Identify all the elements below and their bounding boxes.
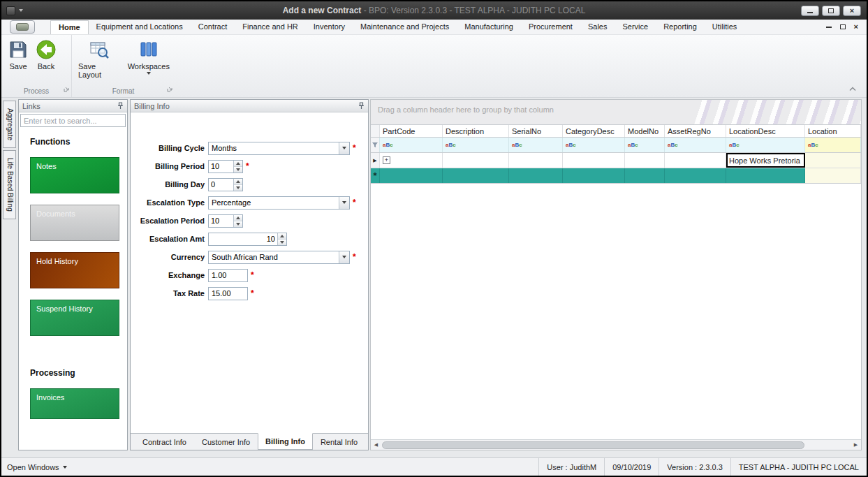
spin-up-icon[interactable] [234, 179, 242, 184]
ribbon-tab-reporting[interactable]: Reporting [656, 20, 705, 34]
quick-access-dropdown-icon[interactable] [19, 9, 23, 12]
spin-down-icon[interactable] [234, 184, 242, 191]
tax-rate-input[interactable] [208, 287, 248, 300]
ribbon-tab-equipment-and-locations[interactable]: Equipment and Locations [89, 20, 191, 34]
column-header-assetregno[interactable]: AssetRegNo [665, 125, 726, 137]
cell-description[interactable] [443, 153, 509, 168]
column-header-serialno[interactable]: SerialNo [509, 125, 563, 137]
cell-partcode[interactable]: + [380, 153, 443, 168]
scrollbar-thumb[interactable] [382, 441, 804, 449]
workspaces-button[interactable]: Workspaces [126, 38, 172, 76]
back-button[interactable]: Back [34, 38, 59, 72]
spin-down-icon[interactable] [234, 221, 242, 227]
new-row-cell-modelno[interactable] [625, 168, 665, 183]
exchange-input[interactable] [208, 269, 248, 282]
tab-rental-info[interactable]: Rental Info [313, 434, 365, 450]
search-input[interactable] [21, 117, 126, 125]
dropdown-arrow-icon[interactable] [339, 251, 349, 263]
application-menu-button[interactable] [10, 20, 35, 34]
notes-button[interactable]: Notes [30, 157, 119, 193]
app-icon[interactable] [6, 6, 15, 15]
ribbon-tab-sales[interactable]: Sales [580, 20, 615, 34]
minimize-button[interactable] [801, 6, 819, 16]
filter-cell-serialno[interactable]: aBc [509, 138, 563, 152]
escalation-amt-spinner[interactable]: 10 [208, 233, 287, 246]
spin-up-icon[interactable] [278, 233, 286, 239]
new-row-cell-serialno[interactable] [509, 168, 563, 183]
new-row-cell-location[interactable] [805, 168, 861, 183]
filter-cell-partcode[interactable]: aBc [380, 138, 443, 152]
tab-contract-info[interactable]: Contract Info [135, 434, 194, 450]
hold-history-button[interactable]: Hold History [30, 252, 119, 288]
new-row-cell-locationdesc[interactable] [726, 168, 805, 183]
cell-serialno[interactable] [509, 153, 563, 168]
column-header-modelno[interactable]: ModelNo [625, 125, 665, 137]
horizontal-scrollbar[interactable]: ◀ ▶ [371, 439, 861, 450]
filter-cell-location[interactable]: aBc [805, 138, 861, 152]
new-row-cell-partcode[interactable] [380, 168, 443, 183]
cell-assetregno[interactable] [665, 153, 726, 168]
save-button[interactable]: Save [6, 38, 31, 72]
escalation-type-dropdown[interactable]: Percentage [208, 196, 350, 210]
filter-cell-assetregno[interactable]: aBc [665, 138, 726, 152]
ribbon-tab-procurement[interactable]: Procurement [521, 20, 580, 34]
side-tab-life-based-billing[interactable]: Life Based Billing [3, 150, 16, 219]
ribbon-tab-maintenance-and-projects[interactable]: Maintenance and Projects [353, 20, 457, 34]
column-header-partcode[interactable]: PartCode [380, 125, 443, 137]
filter-cell-description[interactable]: aBc [443, 138, 509, 152]
billing-day-spinner[interactable]: 0 [208, 178, 243, 191]
maximize-button[interactable] [822, 6, 840, 16]
ribbon-minimize-icon[interactable] [826, 27, 832, 28]
close-button[interactable]: × [843, 6, 861, 16]
currency-dropdown[interactable]: South African Rand [208, 251, 350, 264]
cell-categorydesc[interactable] [563, 153, 625, 168]
pin-icon[interactable] [117, 102, 124, 110]
expand-row-icon[interactable]: + [383, 156, 390, 164]
collapse-ribbon-icon[interactable] [848, 82, 857, 94]
filter-cell-categorydesc[interactable]: aBc [563, 138, 625, 152]
escalation-period-spinner[interactable]: 10 [208, 214, 243, 228]
ribbon-tab-manufacturing[interactable]: Manufacturing [457, 20, 521, 34]
filter-cell-modelno[interactable]: aBc [625, 138, 665, 152]
spin-down-icon[interactable] [278, 239, 286, 245]
ribbon-tab-contract[interactable]: Contract [191, 20, 235, 34]
cell-locationdesc-focused[interactable]: Hope Works Pretoria [726, 153, 805, 168]
spin-down-icon[interactable] [234, 166, 242, 173]
tab-billing-info[interactable]: Billing Info [258, 433, 313, 450]
column-header-categorydesc[interactable]: CategoryDesc [563, 125, 625, 137]
save-layout-button[interactable]: Save Layout [76, 38, 123, 80]
column-header-locationdesc[interactable]: LocationDesc [726, 125, 805, 137]
spin-up-icon[interactable] [234, 161, 242, 166]
new-row-cell-description[interactable] [443, 168, 509, 183]
scroll-left-icon[interactable]: ◀ [371, 440, 381, 450]
scroll-right-icon[interactable]: ▶ [851, 440, 861, 450]
dropdown-arrow-icon[interactable] [339, 142, 349, 154]
column-header-description[interactable]: Description [443, 125, 509, 137]
new-row-cell-assetregno[interactable] [665, 168, 726, 183]
cell-location[interactable] [805, 153, 861, 168]
column-header-location[interactable]: Location [805, 125, 861, 137]
ribbon-tab-service[interactable]: Service [615, 20, 656, 34]
billing-cycle-dropdown[interactable]: Months [208, 142, 350, 155]
spin-up-icon[interactable] [234, 215, 242, 221]
invoices-button[interactable]: Invoices [30, 388, 119, 419]
dropdown-arrow-icon[interactable] [339, 197, 349, 209]
dialog-launcher-icon[interactable] [64, 85, 69, 95]
ribbon-close-icon[interactable]: × [854, 23, 858, 31]
ribbon-tab-finance-and-hr[interactable]: Finance and HR [235, 20, 306, 34]
ribbon-tab-utilities[interactable]: Utilities [705, 20, 744, 34]
suspend-history-button[interactable]: Suspend History [30, 300, 119, 336]
dialog-launcher-icon[interactable] [167, 85, 172, 95]
open-windows-dropdown[interactable]: Open Windows [1, 463, 67, 471]
billing-period-spinner[interactable]: 10 [208, 160, 243, 173]
filter-cell-locationdesc[interactable]: aBc [726, 138, 805, 152]
ribbon-tab-inventory[interactable]: Inventory [306, 20, 353, 34]
ribbon-tab-home[interactable]: Home [50, 20, 89, 34]
pin-icon[interactable] [358, 102, 365, 110]
documents-button[interactable]: Documents [30, 205, 119, 241]
side-tab-aggregate[interactable]: Aggregate [3, 101, 16, 148]
new-row-cell-categorydesc[interactable] [563, 168, 625, 183]
cell-modelno[interactable] [625, 153, 665, 168]
ribbon-restore-icon[interactable] [840, 24, 846, 29]
tab-customer-info[interactable]: Customer Info [194, 434, 258, 450]
